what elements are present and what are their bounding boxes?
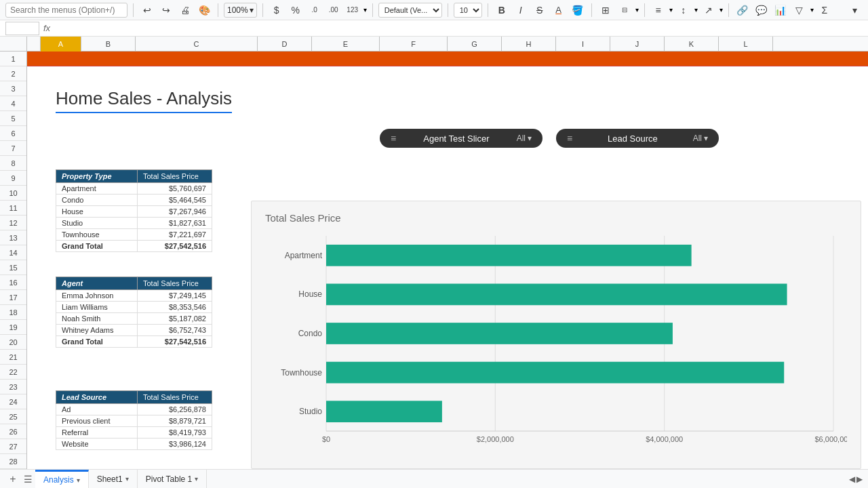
col-header-i[interactable]: I (556, 37, 610, 52)
lead-source-col-header: Lead Source (56, 391, 138, 404)
decimal-increase-button[interactable]: .00 (326, 2, 342, 18)
col-header-d[interactable]: D (258, 37, 312, 52)
chart-button[interactable]: 📊 (772, 2, 789, 18)
row-num-9[interactable]: 9 (0, 171, 26, 186)
col-header-l[interactable]: L (719, 37, 773, 52)
row-num-20[interactable]: 20 (0, 335, 26, 350)
scroll-left-icon[interactable]: ◀ (849, 474, 855, 484)
bar-label: Townhouse (281, 368, 322, 378)
undo-button[interactable]: ↩ (139, 2, 155, 18)
row-num-14[interactable]: 14 (0, 245, 26, 260)
price-cell: $5,464,545 (138, 195, 212, 206)
col-header-h[interactable]: H (502, 37, 556, 52)
col-header-a[interactable]: A (41, 37, 81, 52)
text-rotate-button[interactable]: ↗ (701, 2, 717, 18)
more-button[interactable]: ▾ (846, 2, 863, 18)
align-button[interactable]: ≡ (650, 2, 667, 18)
add-sheet-button[interactable]: + (5, 472, 20, 487)
valign-button[interactable]: ↕ (675, 2, 692, 18)
comment-button[interactable]: 💬 (753, 2, 770, 18)
function-button[interactable]: Σ (816, 2, 833, 18)
currency-button[interactable]: $ (269, 2, 285, 18)
zoom-selector[interactable]: 100% ▾ (224, 3, 257, 18)
row-num-3[interactable]: 3 (0, 81, 26, 96)
lead-source-slicer-label: Lead Source (578, 134, 687, 144)
print-button[interactable]: 🖨 (177, 2, 193, 18)
row-num-22[interactable]: 22 (0, 365, 26, 380)
price-cell: $6,256,878 (138, 404, 212, 415)
scroll-right-icon[interactable]: ▶ (856, 474, 863, 484)
decimal-decrease-button[interactable]: .0 (307, 2, 323, 18)
bold-button[interactable]: B (494, 2, 510, 18)
row-num-26[interactable]: 26 (0, 424, 26, 439)
agent-slicer-value: All ▾ (517, 134, 532, 143)
cell-reference-input[interactable] (5, 22, 39, 35)
table-row: Previous client $8,879,721 (56, 415, 212, 427)
percent-button[interactable]: % (288, 2, 304, 18)
row-num-2[interactable]: 2 (0, 66, 26, 81)
tab-analysis[interactable]: Analysis ▾ (35, 470, 89, 489)
link-button[interactable]: 🔗 (734, 2, 751, 18)
agent-cell: Noah Smith (56, 313, 138, 325)
row-num-11[interactable]: 11 (0, 201, 26, 216)
format-dropdown-icon: ▾ (363, 6, 367, 14)
col-header-b[interactable]: B (81, 37, 136, 52)
redo-button[interactable]: ↪ (158, 2, 174, 18)
price-cell: $8,419,793 (138, 427, 212, 439)
lead-source-cell: Website (56, 439, 138, 450)
col-header-c[interactable]: C (136, 37, 258, 52)
lead-source-slicer-filter-icon: ≡ (567, 133, 572, 144)
bar-rect (326, 284, 787, 306)
row-num-21[interactable]: 21 (0, 350, 26, 365)
italic-button[interactable]: I (513, 2, 529, 18)
row-num-12[interactable]: 12 (0, 216, 26, 230)
row-num-17[interactable]: 17 (0, 290, 26, 305)
format-123-button[interactable]: 123 (344, 2, 361, 18)
tab-sheet1[interactable]: Sheet1 ▾ (89, 470, 138, 489)
sheet-menu-button[interactable]: ☰ (20, 472, 35, 487)
filter-button[interactable]: ▽ (791, 2, 808, 18)
row-num-1[interactable]: 1 (0, 52, 26, 66)
col-header-g[interactable]: G (448, 37, 502, 52)
row-num-8[interactable]: 8 (0, 156, 26, 171)
borders-button[interactable]: ⊞ (597, 2, 614, 18)
fill-color-button[interactable]: 🪣 (570, 2, 586, 18)
merge-cells-button[interactable]: ⊟ (616, 2, 633, 18)
row-num-18[interactable]: 18 (0, 305, 26, 320)
col-header-j[interactable]: J (610, 37, 665, 52)
row-num-16[interactable]: 16 (0, 275, 26, 290)
col-header-e[interactable]: E (312, 37, 380, 52)
col-header-k[interactable]: K (665, 37, 719, 52)
tab-pivot-dropdown-icon: ▾ (195, 475, 198, 483)
row-num-13[interactable]: 13 (0, 230, 26, 245)
row-num-10[interactable]: 10 (0, 186, 26, 201)
row-num-19[interactable]: 19 (0, 320, 26, 335)
font-size-select[interactable]: 10 (454, 3, 482, 18)
row-num-24[interactable]: 24 (0, 394, 26, 409)
col-header-row-indicator[interactable] (27, 37, 41, 52)
chart-container: Total Sales Price $0$2,000,000$4,000,000… (251, 201, 861, 469)
row-num-25[interactable]: 25 (0, 409, 26, 424)
price-cell: $6,752,743 (138, 325, 212, 336)
col-header-f[interactable]: F (380, 37, 448, 52)
formula-input[interactable] (54, 22, 863, 35)
tab-pivot-table[interactable]: Pivot Table 1 ▾ (138, 470, 208, 489)
paint-format-button[interactable]: 🎨 (196, 2, 212, 18)
row-num-15[interactable]: 15 (0, 260, 26, 275)
menu-search-input[interactable] (5, 3, 127, 18)
text-color-button[interactable]: A (551, 2, 567, 18)
row-num-23[interactable]: 23 (0, 380, 26, 394)
row-num-4[interactable]: 4 (0, 96, 26, 111)
price-cell: $5,187,082 (138, 313, 212, 325)
row-num-27[interactable]: 27 (0, 439, 26, 454)
row-num-28[interactable]: 28 (0, 454, 26, 469)
row-num-7[interactable]: 7 (0, 141, 26, 156)
strikethrough-button[interactable]: S (532, 2, 548, 18)
bar-rect (326, 323, 673, 344)
row-num-6[interactable]: 6 (0, 126, 26, 141)
formula-bar: fx (0, 20, 868, 37)
font-family-select[interactable]: Default (Ve... (378, 3, 442, 18)
agent-slicer-button[interactable]: ≡ Agent Test Slicer All ▾ (380, 129, 542, 148)
row-num-5[interactable]: 5 (0, 111, 26, 126)
lead-source-slicer-button[interactable]: ≡ Lead Source All ▾ (556, 129, 719, 148)
